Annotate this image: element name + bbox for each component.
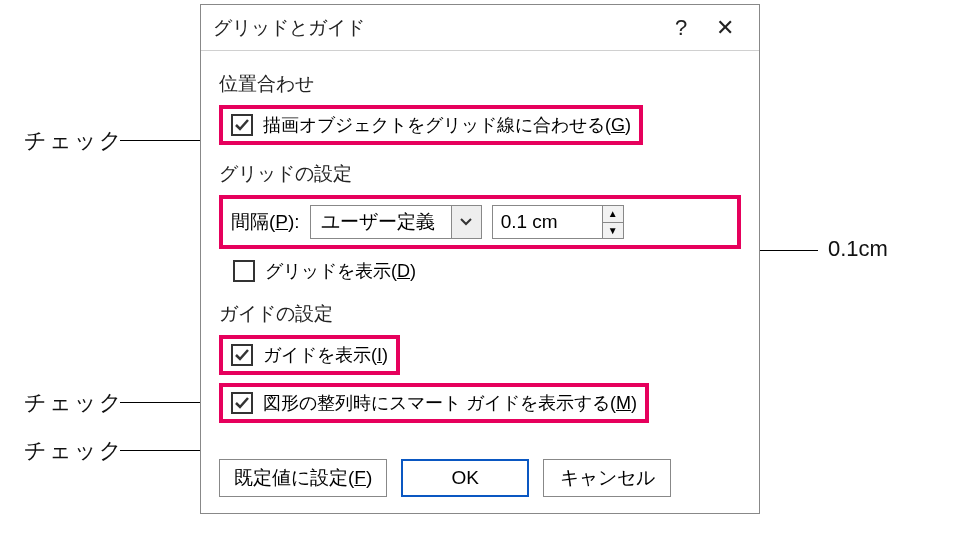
spacing-combo-value: ユーザー定義	[311, 206, 451, 238]
smart-pre: 図形の整列時にスマート ガイドを表示する(	[263, 393, 616, 413]
help-button[interactable]: ?	[659, 15, 703, 41]
spacing-combo[interactable]: ユーザー定義	[310, 205, 482, 239]
show-grid-post: )	[410, 261, 416, 281]
show-grid-pre: グリッドを表示(	[265, 261, 397, 281]
highlight-show-guides: ガイドを表示(I)	[219, 335, 400, 375]
defaults-pre: 既定値に設定(	[234, 467, 354, 488]
annotation-check-3: チェック	[24, 436, 124, 466]
spacing-label-key: P	[275, 211, 288, 232]
checkbox-show-guides-label: ガイドを表示(I)	[263, 343, 388, 367]
snap-label-pre: 描画オブジェクトをグリッド線に合わせる(	[263, 115, 611, 135]
defaults-key: F	[354, 467, 366, 488]
annotation-check-1: チェック	[24, 126, 124, 156]
titlebar: グリッドとガイド ? ✕	[201, 5, 759, 51]
smart-post: )	[631, 393, 637, 413]
checkbox-smart-guides[interactable]	[231, 392, 253, 414]
checkbox-show-grid-label: グリッドを表示(D)	[265, 259, 416, 283]
check-icon	[234, 395, 250, 411]
ok-button[interactable]: OK	[401, 459, 529, 497]
highlight-snap-to-grid: 描画オブジェクトをグリッド線に合わせる(G)	[219, 105, 643, 145]
highlight-grid-spacing: 間隔(P): ユーザー定義 ▲ ▼	[219, 195, 741, 249]
section-grid: グリッドの設定	[219, 161, 741, 187]
snap-label-post: )	[625, 115, 631, 135]
dialog-title: グリッドとガイド	[213, 15, 659, 41]
check-icon	[234, 347, 250, 363]
checkbox-show-grid[interactable]	[233, 260, 255, 282]
cancel-button[interactable]: キャンセル	[543, 459, 671, 497]
annotation-check-2: チェック	[24, 388, 124, 418]
spinner-down-button[interactable]: ▼	[602, 222, 624, 240]
chevron-down-icon[interactable]	[451, 206, 481, 238]
spacing-input[interactable]	[492, 205, 602, 239]
spacing-spinner[interactable]: ▲ ▼	[492, 205, 624, 239]
close-button[interactable]: ✕	[703, 15, 747, 41]
section-guides: ガイドの設定	[219, 301, 741, 327]
defaults-post: )	[366, 467, 372, 488]
annotation-line-2	[120, 402, 210, 403]
spacing-label: 間隔(P):	[231, 209, 300, 235]
dialog-grid-and-guides: グリッドとガイド ? ✕ 位置合わせ 描画オブジェクトをグリッド線に合わせる(G…	[200, 4, 760, 514]
section-alignment: 位置合わせ	[219, 71, 741, 97]
checkbox-smart-guides-label: 図形の整列時にスマート ガイドを表示する(M)	[263, 391, 637, 415]
spacing-label-post: ):	[288, 211, 300, 232]
annotation-value: 0.1cm	[828, 236, 888, 262]
spinner-up-button[interactable]: ▲	[602, 205, 624, 222]
show-grid-key: D	[397, 261, 410, 281]
defaults-button[interactable]: 既定値に設定(F)	[219, 459, 387, 497]
snap-label-key: G	[611, 115, 625, 135]
checkbox-snap-to-grid[interactable]	[231, 114, 253, 136]
checkbox-show-guides[interactable]	[231, 344, 253, 366]
annotation-line-1	[120, 140, 210, 141]
show-guides-post: )	[382, 345, 388, 365]
dialog-footer: 既定値に設定(F) OK キャンセル	[201, 451, 759, 513]
check-icon	[234, 117, 250, 133]
spacing-label-pre: 間隔(	[231, 211, 275, 232]
annotation-line-3	[120, 450, 210, 451]
checkbox-snap-label: 描画オブジェクトをグリッド線に合わせる(G)	[263, 113, 631, 137]
smart-key: M	[616, 393, 631, 413]
show-guides-pre: ガイドを表示(	[263, 345, 377, 365]
highlight-smart-guides: 図形の整列時にスマート ガイドを表示する(M)	[219, 383, 649, 423]
